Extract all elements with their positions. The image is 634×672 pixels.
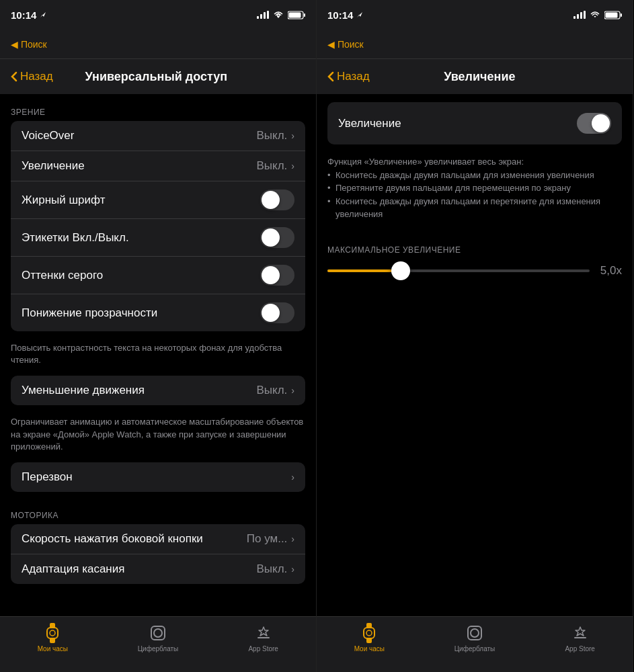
status-icons-left <box>257 11 305 19</box>
touch-adapt-label: Адаптация касания <box>22 562 124 576</box>
back-button-right[interactable]: Назад <box>327 70 370 83</box>
greyscale-toggle[interactable] <box>260 265 294 286</box>
signal-icon <box>257 11 269 19</box>
motion-description: Ограничивает анимацию и автоматическое м… <box>0 411 316 462</box>
appstore-tab-icon-right <box>571 624 590 642</box>
reduce-motion-right: Выкл. › <box>256 384 294 397</box>
svg-rect-15 <box>366 638 372 643</box>
list-item-reduce-motion[interactable]: Уменьшение движения Выкл. › <box>11 376 305 405</box>
tab-label-faces-left: Циферблаты <box>138 645 179 653</box>
zoom-slider-row: 5,0x <box>327 264 622 278</box>
svg-rect-5 <box>50 638 55 643</box>
location-arrow-icon-right <box>356 11 364 19</box>
voiceover-label: VoiceOver <box>22 129 74 142</box>
svg-rect-4 <box>50 623 55 628</box>
list-item-voiceover[interactable]: VoiceOver Выкл. › <box>11 121 305 151</box>
chevron-icon: › <box>291 161 294 171</box>
back-to-search-right[interactable]: ◀ Поиск <box>327 39 364 50</box>
list-item-reduce-transparency[interactable]: Понижение прозрачности <box>11 294 305 331</box>
touch-adapt-right: Выкл. › <box>256 562 294 576</box>
face-icon <box>150 625 166 641</box>
location-arrow-icon <box>39 11 47 19</box>
signal-icon-right <box>573 11 586 19</box>
labels-toggle[interactable] <box>260 227 294 248</box>
zoom-main-toggle[interactable] <box>577 113 611 134</box>
list-item-greyscale[interactable]: Оттенки серого <box>11 257 305 294</box>
labels-label: Этикетки Вкл./Выкл. <box>22 231 129 245</box>
watch-icon <box>45 623 60 643</box>
voiceover-value: Выкл. <box>256 129 287 142</box>
svg-rect-13 <box>364 628 374 638</box>
zoom-slider-value: 5,0x <box>598 264 622 278</box>
zoom-bullet-1: Коснитесь дважды двумя пальцами для изме… <box>327 169 622 182</box>
zoom-toggle-row: Увеличение <box>327 102 622 144</box>
zoom-slider-thumb[interactable] <box>391 261 410 280</box>
greyscale-label: Оттенки серого <box>22 269 103 282</box>
voiceover-right: Выкл. › <box>256 129 294 142</box>
watch-icon-right <box>362 623 377 643</box>
tab-label-faces-right: Циферблаты <box>454 645 496 653</box>
tab-item-appstore-left[interactable]: App Store <box>210 624 316 653</box>
motion-list: Уменьшение движения Выкл. › <box>11 376 305 405</box>
chevron-icon: › <box>291 534 294 544</box>
svg-rect-14 <box>366 623 372 628</box>
appstore-icon <box>255 625 272 641</box>
tab-label-my-watch-right: Мои часы <box>354 645 385 653</box>
content-left: ЗРЕНИЕ VoiceOver Выкл. › Увеличение Выкл… <box>0 94 316 616</box>
left-panel: 10:14 <box>0 0 317 672</box>
toggle-thumb <box>262 191 280 209</box>
tab-label-appstore-right: App Store <box>565 645 594 653</box>
right-panel: 10:14 ◀ П <box>317 0 633 672</box>
tab-item-appstore-right[interactable]: App Store <box>527 624 633 653</box>
chevron-left-icon-right <box>327 71 334 82</box>
side-button-right: По ум... › <box>247 532 294 546</box>
back-to-search-left[interactable]: ◀ Поиск <box>11 39 47 50</box>
list-item-callback[interactable]: Перезвон › <box>11 462 305 492</box>
chevron-left-icon <box>11 71 17 82</box>
motor-list: Скорость нажатия боковой кнопки По ум...… <box>11 524 305 584</box>
svg-rect-2 <box>289 12 301 17</box>
status-icons-right <box>573 11 622 19</box>
page-title-left: Универсальный доступ <box>61 70 251 84</box>
zoom-toggle-label: Увеличение <box>338 117 401 130</box>
tab-label-my-watch-left: Мои часы <box>38 645 68 653</box>
list-item-zoom[interactable]: Увеличение Выкл. › <box>11 151 305 181</box>
reduce-motion-value: Выкл. <box>256 384 287 397</box>
section-header-vision: ЗРЕНИЕ <box>0 94 316 121</box>
chevron-icon: › <box>291 385 294 396</box>
chevron-icon: › <box>291 472 294 482</box>
side-button-label: Скорость нажатия боковой кнопки <box>22 532 203 546</box>
side-button-value: По ум... <box>247 532 288 546</box>
bold-font-toggle[interactable] <box>260 190 294 210</box>
list-item-bold-font[interactable]: Жирный шрифт <box>11 181 305 219</box>
callback-list: Перезвон › <box>11 462 305 492</box>
tab-item-my-watch-right[interactable]: Мои часы <box>317 624 422 653</box>
svg-rect-3 <box>47 628 58 638</box>
tab-item-my-watch-left[interactable]: Мои часы <box>0 624 106 653</box>
section-header-motor: МОТОРИКА <box>0 497 316 524</box>
svg-point-6 <box>50 630 55 636</box>
back-button-left[interactable]: Назад <box>11 70 53 83</box>
reduce-transparency-label: Понижение прозрачности <box>22 306 157 320</box>
nav-bar-right: ◀ Поиск <box>317 30 633 59</box>
zoom-value: Выкл. <box>256 159 287 173</box>
vision-list: VoiceOver Выкл. › Увеличение Выкл. › Жир… <box>11 121 305 331</box>
toggle-thumb <box>262 304 280 322</box>
tab-item-faces-right[interactable]: Циферблаты <box>422 624 528 653</box>
bold-font-label: Жирный шрифт <box>22 194 105 207</box>
reduce-transparency-toggle[interactable] <box>260 302 294 323</box>
watch-tab-icon-right <box>360 624 379 642</box>
list-item-touch-adapt[interactable]: Адаптация касания Выкл. › <box>11 554 305 584</box>
page-header-right: Назад Увеличение <box>317 59 633 94</box>
max-zoom-section: МАКСИМАЛЬНОЕ УВЕЛИЧЕНИЕ 5,0x <box>317 232 633 283</box>
list-item-labels[interactable]: Этикетки Вкл./Выкл. <box>11 219 305 257</box>
tab-item-faces-left[interactable]: Циферблаты <box>106 624 211 653</box>
status-bar-right: 10:14 <box>317 0 633 30</box>
wifi-icon-right <box>590 11 600 19</box>
battery-icon <box>288 11 305 19</box>
touch-adapt-value: Выкл. <box>256 562 287 576</box>
svg-rect-12 <box>606 12 618 17</box>
zoom-slider-track[interactable] <box>327 269 590 272</box>
svg-point-8 <box>154 629 162 637</box>
list-item-side-button[interactable]: Скорость нажатия боковой кнопки По ум...… <box>11 524 305 554</box>
